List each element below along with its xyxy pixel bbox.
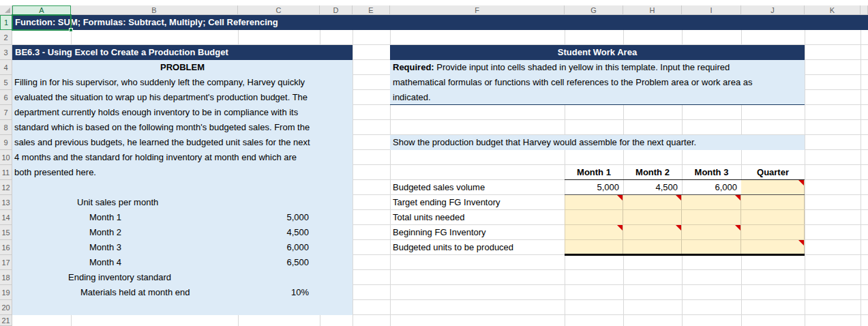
row-header-18[interactable]: 18: [0, 270, 12, 285]
column-header-K[interactable]: K: [805, 5, 860, 15]
fill-handle[interactable]: [69, 28, 73, 32]
row-header-4[interactable]: 4: [0, 60, 12, 75]
cell-G12[interactable]: 5,000: [565, 180, 619, 195]
row-header-13[interactable]: 13: [0, 195, 12, 210]
row-header-19[interactable]: 19: [0, 285, 12, 300]
row-header-3[interactable]: 3: [0, 45, 12, 60]
cell-G13-input[interactable]: [565, 195, 623, 210]
comment-flag-icon: [676, 225, 681, 231]
column-header-A[interactable]: A: [12, 5, 71, 15]
row-header-5[interactable]: 5: [0, 75, 12, 90]
row-header-21[interactable]: 21: [0, 315, 12, 326]
row-header-16[interactable]: 16: [0, 240, 12, 255]
row-header-14[interactable]: 14: [0, 210, 12, 225]
paragraph-line: standard which is based on the following…: [14, 120, 351, 135]
comment-flag-icon: [798, 180, 804, 186]
comment-flag-icon: [676, 195, 681, 201]
cell-F16-label[interactable]: Budgeted units to be produced: [393, 240, 513, 255]
selected-cell-A1[interactable]: [12, 14, 72, 31]
cell-G14-input[interactable]: [565, 210, 623, 225]
row-header-2[interactable]: 2: [0, 30, 12, 45]
table-header-month3[interactable]: Month 3: [682, 165, 741, 180]
row-header-11[interactable]: 11: [0, 165, 12, 180]
cell-I15-input[interactable]: [682, 225, 741, 240]
row-header-17[interactable]: 17: [0, 255, 12, 270]
materials-label[interactable]: Materials held at month end: [80, 285, 190, 300]
cell-C15[interactable]: 4,500: [238, 225, 309, 240]
month2-label[interactable]: Month 2: [89, 225, 121, 240]
cell-H15-input[interactable]: [623, 225, 682, 240]
cell-J15-input[interactable]: [741, 225, 805, 240]
title-banner: Function: SUM; Formulas: Subtract, Multi…: [12, 15, 868, 30]
cell-F15-label[interactable]: Beginning FG Inventory: [393, 225, 486, 240]
cell-C17[interactable]: 6,500: [238, 255, 309, 270]
unit-sales-label[interactable]: Unit sales per month: [77, 195, 158, 210]
column-header-H[interactable]: H: [623, 5, 682, 15]
cell-I14-input[interactable]: [682, 210, 741, 225]
cell-J12-input[interactable]: [741, 180, 805, 195]
cell-C19[interactable]: 10%: [238, 285, 309, 300]
paragraph-line: sales and previous budgets, he learned t…: [14, 135, 351, 150]
month3-label[interactable]: Month 3: [89, 240, 121, 255]
cell-H16-input[interactable]: [623, 240, 682, 255]
cell-F12-label[interactable]: Budgeted sales volume: [393, 180, 485, 195]
column-header-E[interactable]: E: [353, 5, 390, 15]
required-line: mathematical formulas or functions with …: [390, 75, 805, 90]
cell-I13-input[interactable]: [682, 195, 741, 210]
row-header-7[interactable]: 7: [0, 105, 12, 120]
row-header-12[interactable]: 12: [0, 180, 12, 195]
row-header-20[interactable]: 20: [0, 300, 12, 315]
cell-C16[interactable]: 6,000: [238, 240, 309, 255]
row-header-15[interactable]: 15: [0, 225, 12, 240]
work-area-section-header: Student Work Area: [390, 45, 805, 60]
row-header-10[interactable]: 10: [0, 150, 12, 165]
column-header-C[interactable]: C: [238, 5, 320, 15]
cell-G16-input[interactable]: [565, 240, 623, 255]
paragraph-line: evaluated the situation to wrap up his d…: [14, 90, 351, 105]
gridline: [353, 15, 353, 326]
cell-C14[interactable]: 5,000: [238, 210, 309, 225]
comment-flag-icon: [798, 240, 804, 246]
row-header-8[interactable]: 8: [0, 120, 12, 135]
column-header-D[interactable]: D: [320, 5, 353, 15]
column-header-I[interactable]: I: [682, 5, 741, 15]
cell-G15-input[interactable]: [565, 225, 623, 240]
row-header-1[interactable]: 1: [0, 15, 12, 30]
cell-H12[interactable]: 4,500: [623, 180, 678, 195]
column-header-J[interactable]: J: [741, 5, 805, 15]
cell-I12[interactable]: 6,000: [682, 180, 737, 195]
column-header-F[interactable]: F: [390, 5, 565, 15]
cell-F14-label[interactable]: Total units needed: [393, 210, 465, 225]
column-header-filler: [860, 5, 868, 15]
column-header-B[interactable]: B: [71, 5, 238, 15]
spreadsheet: A B C D E F G H I J K 1 2 3 4 5 6 7 8 9 …: [0, 0, 868, 326]
row-header-9[interactable]: 9: [0, 135, 12, 150]
cell-F13-label[interactable]: Target ending FG Inventory: [393, 195, 500, 210]
cell-J13-input[interactable]: [741, 195, 805, 210]
ending-inventory-label[interactable]: Ending inventory standard: [68, 270, 171, 285]
problem-title: PROBLEM: [12, 60, 353, 75]
banner-rest: SUM; Formulas: Subtract, Multiply; Cell …: [58, 17, 278, 27]
cell-J16-input[interactable]: [741, 240, 805, 255]
paragraph-line: Filling in for his supervisor, who sudde…: [14, 75, 351, 90]
values-underline: [565, 194, 805, 195]
cell-J14-input[interactable]: [741, 210, 805, 225]
table-header-month1[interactable]: Month 1: [565, 165, 623, 180]
column-header-G[interactable]: G: [565, 5, 623, 15]
table-header-quarter[interactable]: Quarter: [741, 165, 805, 180]
row-header-6[interactable]: 6: [0, 90, 12, 105]
table-header-month2[interactable]: Month 2: [623, 165, 682, 180]
instruction-row: Show the production budget that Harvey w…: [390, 135, 805, 150]
total-row-border: [565, 254, 805, 256]
paragraph-line: both presented here.: [14, 165, 351, 180]
problem-section-header: BE6.3 - Using Excel to Create a Producti…: [12, 45, 353, 60]
cell-H14-input[interactable]: [623, 210, 682, 225]
top-strip: [0, 0, 868, 5]
month4-label[interactable]: Month 4: [89, 255, 121, 270]
cell-H13-input[interactable]: [623, 195, 682, 210]
cell-I16-input[interactable]: [682, 240, 741, 255]
month1-label[interactable]: Month 1: [89, 210, 121, 225]
problem-paragraph: Filling in for his supervisor, who sudde…: [14, 75, 351, 180]
select-all-corner[interactable]: [0, 5, 12, 15]
select-all-icon: [5, 8, 10, 13]
